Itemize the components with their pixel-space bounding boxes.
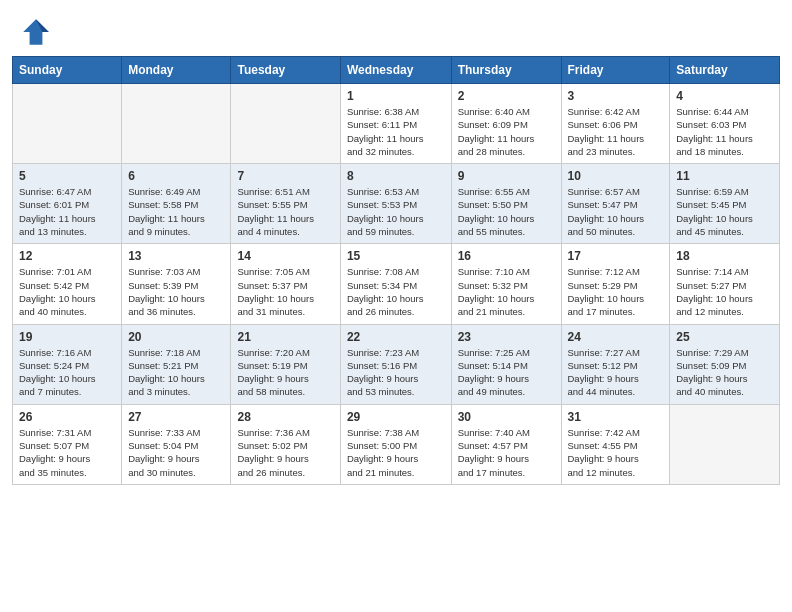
day-number: 21 <box>237 330 333 344</box>
day-info: Sunrise: 7:23 AM Sunset: 5:16 PM Dayligh… <box>347 346 445 399</box>
calendar-cell <box>231 84 340 164</box>
calendar-cell: 12Sunrise: 7:01 AM Sunset: 5:42 PM Dayli… <box>13 244 122 324</box>
calendar-cell: 22Sunrise: 7:23 AM Sunset: 5:16 PM Dayli… <box>340 324 451 404</box>
day-number: 18 <box>676 249 773 263</box>
calendar-cell: 5Sunrise: 6:47 AM Sunset: 6:01 PM Daylig… <box>13 164 122 244</box>
week-row-2: 5Sunrise: 6:47 AM Sunset: 6:01 PM Daylig… <box>13 164 780 244</box>
calendar-cell: 23Sunrise: 7:25 AM Sunset: 5:14 PM Dayli… <box>451 324 561 404</box>
day-number: 5 <box>19 169 115 183</box>
calendar-cell: 11Sunrise: 6:59 AM Sunset: 5:45 PM Dayli… <box>670 164 780 244</box>
calendar-cell: 14Sunrise: 7:05 AM Sunset: 5:37 PM Dayli… <box>231 244 340 324</box>
page: SundayMondayTuesdayWednesdayThursdayFrid… <box>0 0 792 612</box>
weekday-header-sunday: Sunday <box>13 57 122 84</box>
day-info: Sunrise: 7:01 AM Sunset: 5:42 PM Dayligh… <box>19 265 115 318</box>
logo-icon <box>20 16 52 48</box>
calendar-cell: 25Sunrise: 7:29 AM Sunset: 5:09 PM Dayli… <box>670 324 780 404</box>
day-info: Sunrise: 7:14 AM Sunset: 5:27 PM Dayligh… <box>676 265 773 318</box>
day-info: Sunrise: 7:10 AM Sunset: 5:32 PM Dayligh… <box>458 265 555 318</box>
calendar-cell: 3Sunrise: 6:42 AM Sunset: 6:06 PM Daylig… <box>561 84 670 164</box>
calendar-cell <box>670 404 780 484</box>
day-number: 15 <box>347 249 445 263</box>
calendar-cell: 1Sunrise: 6:38 AM Sunset: 6:11 PM Daylig… <box>340 84 451 164</box>
day-number: 14 <box>237 249 333 263</box>
day-info: Sunrise: 7:25 AM Sunset: 5:14 PM Dayligh… <box>458 346 555 399</box>
day-number: 28 <box>237 410 333 424</box>
day-info: Sunrise: 7:16 AM Sunset: 5:24 PM Dayligh… <box>19 346 115 399</box>
day-info: Sunrise: 6:44 AM Sunset: 6:03 PM Dayligh… <box>676 105 773 158</box>
day-number: 13 <box>128 249 224 263</box>
calendar-cell: 18Sunrise: 7:14 AM Sunset: 5:27 PM Dayli… <box>670 244 780 324</box>
day-info: Sunrise: 6:38 AM Sunset: 6:11 PM Dayligh… <box>347 105 445 158</box>
calendar-table: SundayMondayTuesdayWednesdayThursdayFrid… <box>12 56 780 485</box>
calendar-cell: 28Sunrise: 7:36 AM Sunset: 5:02 PM Dayli… <box>231 404 340 484</box>
week-row-5: 26Sunrise: 7:31 AM Sunset: 5:07 PM Dayli… <box>13 404 780 484</box>
calendar-cell: 26Sunrise: 7:31 AM Sunset: 5:07 PM Dayli… <box>13 404 122 484</box>
calendar-cell: 30Sunrise: 7:40 AM Sunset: 4:57 PM Dayli… <box>451 404 561 484</box>
day-number: 24 <box>568 330 664 344</box>
day-number: 12 <box>19 249 115 263</box>
calendar-cell: 20Sunrise: 7:18 AM Sunset: 5:21 PM Dayli… <box>122 324 231 404</box>
day-info: Sunrise: 7:08 AM Sunset: 5:34 PM Dayligh… <box>347 265 445 318</box>
calendar-cell: 9Sunrise: 6:55 AM Sunset: 5:50 PM Daylig… <box>451 164 561 244</box>
day-info: Sunrise: 6:47 AM Sunset: 6:01 PM Dayligh… <box>19 185 115 238</box>
day-number: 6 <box>128 169 224 183</box>
day-number: 2 <box>458 89 555 103</box>
day-info: Sunrise: 7:36 AM Sunset: 5:02 PM Dayligh… <box>237 426 333 479</box>
logo <box>20 16 56 48</box>
day-info: Sunrise: 6:40 AM Sunset: 6:09 PM Dayligh… <box>458 105 555 158</box>
calendar-cell: 17Sunrise: 7:12 AM Sunset: 5:29 PM Dayli… <box>561 244 670 324</box>
calendar-cell: 10Sunrise: 6:57 AM Sunset: 5:47 PM Dayli… <box>561 164 670 244</box>
calendar-cell: 15Sunrise: 7:08 AM Sunset: 5:34 PM Dayli… <box>340 244 451 324</box>
calendar-cell: 29Sunrise: 7:38 AM Sunset: 5:00 PM Dayli… <box>340 404 451 484</box>
day-info: Sunrise: 6:51 AM Sunset: 5:55 PM Dayligh… <box>237 185 333 238</box>
day-number: 4 <box>676 89 773 103</box>
weekday-header-friday: Friday <box>561 57 670 84</box>
day-number: 1 <box>347 89 445 103</box>
calendar-cell: 8Sunrise: 6:53 AM Sunset: 5:53 PM Daylig… <box>340 164 451 244</box>
day-info: Sunrise: 7:20 AM Sunset: 5:19 PM Dayligh… <box>237 346 333 399</box>
day-info: Sunrise: 7:03 AM Sunset: 5:39 PM Dayligh… <box>128 265 224 318</box>
calendar-cell: 7Sunrise: 6:51 AM Sunset: 5:55 PM Daylig… <box>231 164 340 244</box>
calendar-cell: 13Sunrise: 7:03 AM Sunset: 5:39 PM Dayli… <box>122 244 231 324</box>
calendar-cell: 31Sunrise: 7:42 AM Sunset: 4:55 PM Dayli… <box>561 404 670 484</box>
day-info: Sunrise: 7:27 AM Sunset: 5:12 PM Dayligh… <box>568 346 664 399</box>
day-number: 11 <box>676 169 773 183</box>
day-number: 20 <box>128 330 224 344</box>
day-number: 8 <box>347 169 445 183</box>
day-number: 25 <box>676 330 773 344</box>
day-number: 19 <box>19 330 115 344</box>
day-number: 30 <box>458 410 555 424</box>
day-info: Sunrise: 6:57 AM Sunset: 5:47 PM Dayligh… <box>568 185 664 238</box>
day-number: 29 <box>347 410 445 424</box>
day-info: Sunrise: 7:05 AM Sunset: 5:37 PM Dayligh… <box>237 265 333 318</box>
calendar-cell <box>122 84 231 164</box>
day-number: 26 <box>19 410 115 424</box>
day-info: Sunrise: 7:29 AM Sunset: 5:09 PM Dayligh… <box>676 346 773 399</box>
day-number: 31 <box>568 410 664 424</box>
day-info: Sunrise: 7:40 AM Sunset: 4:57 PM Dayligh… <box>458 426 555 479</box>
calendar-cell: 6Sunrise: 6:49 AM Sunset: 5:58 PM Daylig… <box>122 164 231 244</box>
day-number: 7 <box>237 169 333 183</box>
calendar-cell: 4Sunrise: 6:44 AM Sunset: 6:03 PM Daylig… <box>670 84 780 164</box>
day-info: Sunrise: 7:33 AM Sunset: 5:04 PM Dayligh… <box>128 426 224 479</box>
day-number: 9 <box>458 169 555 183</box>
week-row-4: 19Sunrise: 7:16 AM Sunset: 5:24 PM Dayli… <box>13 324 780 404</box>
day-info: Sunrise: 6:55 AM Sunset: 5:50 PM Dayligh… <box>458 185 555 238</box>
calendar-cell: 21Sunrise: 7:20 AM Sunset: 5:19 PM Dayli… <box>231 324 340 404</box>
day-info: Sunrise: 6:53 AM Sunset: 5:53 PM Dayligh… <box>347 185 445 238</box>
calendar-cell: 27Sunrise: 7:33 AM Sunset: 5:04 PM Dayli… <box>122 404 231 484</box>
day-info: Sunrise: 7:42 AM Sunset: 4:55 PM Dayligh… <box>568 426 664 479</box>
day-number: 22 <box>347 330 445 344</box>
day-number: 23 <box>458 330 555 344</box>
calendar-cell <box>13 84 122 164</box>
day-info: Sunrise: 6:59 AM Sunset: 5:45 PM Dayligh… <box>676 185 773 238</box>
weekday-header-tuesday: Tuesday <box>231 57 340 84</box>
day-info: Sunrise: 6:42 AM Sunset: 6:06 PM Dayligh… <box>568 105 664 158</box>
day-info: Sunrise: 7:38 AM Sunset: 5:00 PM Dayligh… <box>347 426 445 479</box>
day-number: 16 <box>458 249 555 263</box>
weekday-header-row: SundayMondayTuesdayWednesdayThursdayFrid… <box>13 57 780 84</box>
calendar-cell: 24Sunrise: 7:27 AM Sunset: 5:12 PM Dayli… <box>561 324 670 404</box>
day-info: Sunrise: 7:12 AM Sunset: 5:29 PM Dayligh… <box>568 265 664 318</box>
header <box>0 0 792 56</box>
day-info: Sunrise: 7:31 AM Sunset: 5:07 PM Dayligh… <box>19 426 115 479</box>
